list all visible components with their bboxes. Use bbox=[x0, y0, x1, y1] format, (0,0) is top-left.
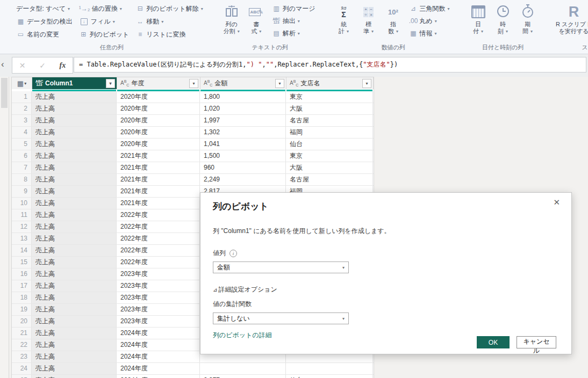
table-cell[interactable]: 2023年度 bbox=[117, 292, 200, 303]
table-cell[interactable]: 960 bbox=[200, 162, 286, 173]
collapse-pane-chevron-icon[interactable]: ‹ bbox=[1, 59, 4, 70]
scientific-button[interactable]: 10²指数▾ bbox=[381, 2, 406, 35]
filter-button[interactable]: ▾ bbox=[362, 79, 371, 88]
row-number[interactable]: 23 bbox=[12, 351, 32, 362]
table-cell[interactable]: 2022年度 bbox=[117, 209, 200, 221]
table-cell[interactable]: 売上高 bbox=[32, 328, 117, 339]
table-cell[interactable]: 2022年度 bbox=[117, 245, 200, 256]
row-number[interactable]: 8 bbox=[12, 174, 32, 185]
table-cell[interactable]: 2020年度 bbox=[117, 115, 200, 126]
row-number[interactable]: 24 bbox=[12, 363, 32, 374]
table-cell[interactable]: 東京 bbox=[286, 91, 373, 103]
trigonometry-button[interactable]: ⊿三角関数▾ bbox=[408, 3, 451, 14]
table-cell[interactable]: 2024年度 bbox=[117, 351, 200, 362]
table-cell[interactable]: 仙台 bbox=[286, 139, 373, 150]
extract-button[interactable]: ABC123抽出▾ bbox=[271, 15, 317, 27]
table-cell[interactable]: 名古屋 bbox=[286, 174, 373, 185]
formula-input[interactable]: = Table.ReplaceValue(区切り記号による列の分割1,") ",… bbox=[74, 57, 586, 72]
table-cell[interactable]: 売上高 bbox=[32, 268, 117, 280]
queries-pane-collapsed[interactable] bbox=[0, 77, 9, 378]
table-cell[interactable]: 売上高 bbox=[32, 233, 117, 244]
detect-data-type-button[interactable]: ▦データ型の検出 bbox=[15, 15, 74, 28]
table-cell[interactable]: 2020年度 bbox=[117, 103, 200, 114]
row-number[interactable]: 20 bbox=[12, 316, 32, 327]
row-number[interactable]: 21 bbox=[12, 328, 32, 339]
table-cell[interactable]: 1,041 bbox=[200, 139, 286, 150]
row-number[interactable]: 10 bbox=[12, 198, 32, 209]
row-number[interactable]: 5 bbox=[12, 139, 32, 150]
table-cell[interactable]: 2,249 bbox=[200, 174, 286, 185]
queries-pane-handle[interactable] bbox=[1, 78, 8, 108]
table-cell[interactable]: 売上高 bbox=[32, 198, 117, 209]
row-number[interactable]: 19 bbox=[12, 304, 32, 315]
table-cell[interactable]: 2023年度 bbox=[117, 304, 200, 315]
cancel-button[interactable]: キャンセル bbox=[517, 336, 556, 348]
aggregate-function-dropdown[interactable]: 集計しない ▾ bbox=[213, 312, 349, 324]
table-cell[interactable]: 2024年度 bbox=[117, 375, 200, 378]
row-number[interactable]: 12 bbox=[12, 221, 32, 232]
duration-button[interactable]: 期間▾ bbox=[515, 2, 540, 35]
table-cell[interactable]: 売上高 bbox=[32, 186, 117, 197]
table-cell[interactable]: 1,800 bbox=[200, 91, 286, 103]
column-header-3[interactable]: ABC金額▾ bbox=[200, 77, 286, 89]
table-cell[interactable]: 売上高 bbox=[32, 280, 117, 292]
row-number[interactable]: 6 bbox=[12, 150, 32, 162]
table-cell[interactable]: 大阪 bbox=[286, 103, 373, 114]
data-type-all-button[interactable]: データ型: すべて▾ bbox=[15, 2, 74, 15]
row-number[interactable]: 18 bbox=[12, 292, 32, 303]
table-cell[interactable] bbox=[200, 363, 286, 374]
table-cell[interactable]: 2021年度 bbox=[117, 174, 200, 185]
unpivot-columns-button[interactable]: ⊟列のピボット解除▾ bbox=[134, 2, 204, 15]
row-number[interactable]: 4 bbox=[12, 127, 32, 138]
row-number[interactable]: 13 bbox=[12, 233, 32, 244]
table-cell[interactable]: 2023年度 bbox=[117, 316, 200, 327]
table-cell[interactable]: 売上高 bbox=[32, 316, 117, 327]
table-cell[interactable]: 2024年度 bbox=[117, 339, 200, 351]
split-column-button[interactable]: 列の分割▾ bbox=[219, 2, 244, 35]
row-number[interactable]: 25 bbox=[12, 375, 32, 378]
table-cell[interactable]: 2020年度 bbox=[117, 91, 200, 103]
table-cell[interactable]: 1,020 bbox=[200, 103, 286, 114]
table-cell[interactable]: 売上高 bbox=[32, 363, 117, 374]
table-cell[interactable]: 売上高 bbox=[32, 103, 117, 114]
format-button[interactable]: ABC✎書式▾ bbox=[244, 2, 269, 35]
table-cell[interactable]: 名古屋 bbox=[286, 115, 373, 126]
table-cell[interactable]: 売上高 bbox=[32, 245, 117, 256]
row-number[interactable]: 16 bbox=[12, 268, 32, 280]
select-all-corner[interactable]: ▦▾ bbox=[12, 77, 32, 89]
column-header-2[interactable]: ABC年度▾ bbox=[117, 77, 200, 89]
table-cell[interactable]: 2023年度 bbox=[117, 268, 200, 280]
table-cell[interactable]: 売上高 bbox=[32, 150, 117, 162]
table-cell[interactable]: 売上高 bbox=[32, 162, 117, 173]
row-number[interactable]: 1 bbox=[12, 91, 32, 103]
table-cell[interactable]: 2024年度 bbox=[117, 328, 200, 339]
information-button[interactable]: ▦情報▾ bbox=[408, 27, 451, 39]
statistics-button[interactable]: x̄σΣ統計▾ bbox=[332, 2, 356, 35]
table-cell[interactable]: 東京 bbox=[286, 150, 373, 162]
filter-button[interactable]: ▾ bbox=[275, 79, 284, 88]
table-cell[interactable]: 2021年度 bbox=[117, 150, 200, 162]
table-cell[interactable]: 大阪 bbox=[286, 162, 373, 173]
table-cell[interactable]: 1,500 bbox=[200, 150, 286, 162]
table-cell[interactable]: 売上高 bbox=[32, 209, 117, 221]
row-number[interactable]: 17 bbox=[12, 280, 32, 292]
table-cell[interactable]: 売上高 bbox=[32, 304, 117, 315]
row-number[interactable]: 14 bbox=[12, 245, 32, 256]
table-cell[interactable]: 2021年度 bbox=[117, 198, 200, 209]
table-cell[interactable]: 2020年度 bbox=[117, 127, 200, 138]
move-button[interactable]: ↔移動▾ bbox=[134, 15, 204, 28]
cancel-formula-icon[interactable]: ✕ bbox=[19, 61, 26, 70]
table-cell[interactable]: 2024年度 bbox=[117, 363, 200, 374]
table-cell[interactable]: 売上高 bbox=[32, 127, 117, 138]
table-cell[interactable]: 売上高 bbox=[32, 174, 117, 185]
advanced-options-toggle[interactable]: ⊿ 詳細設定オプション bbox=[213, 285, 571, 294]
rename-button[interactable]: ▭名前の変更 bbox=[15, 28, 74, 41]
table-cell[interactable]: 2022年度 bbox=[117, 233, 200, 244]
table-cell[interactable]: 売上高 bbox=[32, 115, 117, 126]
table-cell[interactable]: 売上高 bbox=[32, 221, 117, 232]
table-cell[interactable]: 2,377 bbox=[200, 375, 286, 378]
fx-icon[interactable]: fx bbox=[59, 61, 66, 70]
table-cell[interactable]: 売上高 bbox=[32, 139, 117, 150]
row-number[interactable]: 15 bbox=[12, 257, 32, 268]
column-header-4[interactable]: ABC支店名▾ bbox=[286, 77, 374, 89]
